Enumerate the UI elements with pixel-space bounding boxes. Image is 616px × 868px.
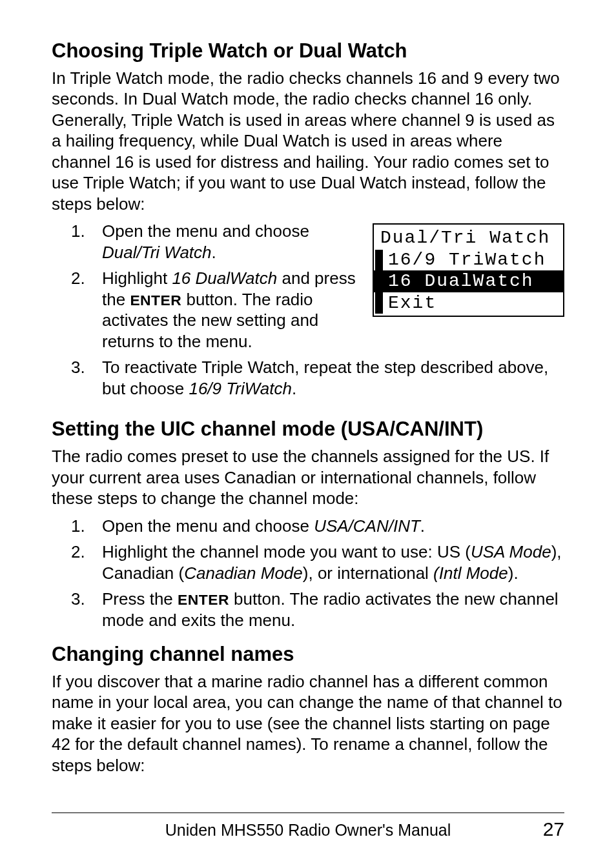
lcd-option-triwatch: 16/9 TriWatch [374,249,563,271]
list-body: Highlight the channel mode you want to u… [102,541,564,583]
lcd-option-dualwatch-selected: 16 DualWatch [374,270,563,292]
text: To reactivate Triple Watch, repeat the s… [102,358,548,398]
footer-manual-title: Uniden MHS550 Radio Owner's Manual [90,820,526,840]
lcd-option-exit: Exit [374,292,563,314]
text: . [292,379,296,398]
text: ). [508,563,518,583]
list-number: 3. [71,357,102,399]
option-16-dualwatch: 16 DualWatch [172,268,277,288]
heading-changing-channel-names: Changing channel names [52,642,564,667]
button-label-enter: ENTER [178,591,229,608]
para-uic-intro: The radio comes preset to use the channe… [52,446,564,509]
list-body: Open the menu and choose USA/CAN/INT. [102,516,564,537]
para-triple-dual-intro: In Triple Watch mode, the radio checks c… [52,68,564,215]
list-item: 1. Open the menu and choose USA/CAN/INT. [71,516,564,537]
text: Open the menu and choose [102,221,309,241]
list-body: Press the ENTER button. The radio activa… [102,589,564,631]
list-item: 2. Highlight the channel mode you want t… [71,541,564,583]
list-number: 1. [71,516,102,537]
heading-uic-channel-mode: Setting the UIC channel mode (USA/CAN/IN… [52,417,564,442]
list-item: 3. Press the ENTER button. The radio act… [71,589,564,631]
text: Highlight [102,268,172,288]
list-number: 2. [71,541,102,583]
list-number: 1. [71,221,102,263]
text: ), or international [303,563,433,583]
text: . [212,243,216,262]
list-item: 3. To reactivate Triple Watch, repeat th… [71,357,564,399]
list-item: 1. Open the menu and choose Dual/Tri Wat… [71,221,365,263]
list-body: Highlight 16 DualWatch and press the ENT… [102,268,365,352]
text: Open the menu and choose [102,516,314,536]
list-section2: 1. Open the menu and choose USA/CAN/INT.… [71,516,564,631]
text: Press the [102,589,178,609]
menu-name-dualtri: Dual/Tri Watch [102,243,212,262]
text: . [420,516,425,536]
list-number: 2. [71,268,102,352]
lcd-screenshot: Dual/Tri Watch 16/9 TriWatch 16 DualWatc… [373,223,564,316]
menu-name-usacanint: USA/CAN/INT [314,516,420,536]
heading-triple-dual-watch: Choosing Triple Watch or Dual Watch [52,39,564,64]
option-169-triwatch: 16/9 TriWatch [189,379,291,398]
mode-canadian: Canadian Mode [184,563,303,583]
lcd-title: Dual/Tri Watch [374,227,563,249]
mode-usa: USA Mode [471,542,551,561]
page-footer: Uniden MHS550 Radio Owner's Manual 27 [52,817,564,842]
para-channel-names-intro: If you discover that a marine radio chan… [52,671,564,776]
list-item: 2. Highlight 16 DualWatch and press the … [71,268,365,352]
mode-intl: (Intl Mode [433,563,508,583]
button-label-enter: ENTER [130,292,181,308]
footer-rule [52,812,564,813]
page-number: 27 [526,817,564,842]
list-body: Open the menu and choose Dual/Tri Watch. [102,221,365,263]
list-body: To reactivate Triple Watch, repeat the s… [102,357,564,399]
text: Highlight the channel mode you want to u… [102,542,471,561]
list-number: 3. [71,589,102,631]
lcd-scrollbar [375,250,383,313]
